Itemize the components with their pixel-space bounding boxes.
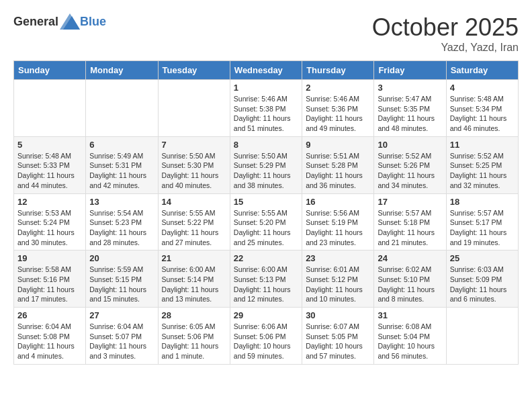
location: Yazd, Yazd, Iran (372, 42, 519, 54)
day-info: Sunrise: 5:55 AM Sunset: 5:22 PM Dayligh… (162, 208, 226, 248)
calendar-day-cell: 23Sunrise: 6:01 AM Sunset: 5:12 PM Dayli… (302, 250, 374, 308)
day-number: 17 (378, 197, 442, 207)
day-number: 6 (89, 140, 154, 150)
day-number: 23 (306, 253, 370, 263)
calendar-day-cell: 11Sunrise: 5:52 AM Sunset: 5:25 PM Dayli… (446, 136, 518, 193)
day-number: 3 (378, 83, 442, 93)
calendar-day-cell: 18Sunrise: 5:57 AM Sunset: 5:17 PM Dayli… (446, 193, 518, 250)
day-info: Sunrise: 5:50 AM Sunset: 5:30 PM Dayligh… (162, 151, 226, 191)
day-info: Sunrise: 5:55 AM Sunset: 5:20 PM Dayligh… (234, 208, 298, 248)
day-number: 27 (89, 310, 154, 320)
calendar-day-cell: 9Sunrise: 5:51 AM Sunset: 5:28 PM Daylig… (302, 136, 374, 193)
calendar-day-cell: 16Sunrise: 5:56 AM Sunset: 5:19 PM Dayli… (302, 193, 374, 250)
page-header: General Blue October 2025 Yazd, Yazd, Ir… (13, 13, 519, 54)
day-info: Sunrise: 5:57 AM Sunset: 5:17 PM Dayligh… (450, 208, 515, 248)
day-of-week-header: Sunday (14, 61, 86, 80)
day-info: Sunrise: 6:00 AM Sunset: 5:13 PM Dayligh… (234, 265, 298, 304)
logo-text-blue: Blue (80, 15, 106, 29)
day-number: 29 (234, 310, 298, 320)
day-number: 14 (162, 197, 226, 207)
calendar-day-cell: 22Sunrise: 6:00 AM Sunset: 5:13 PM Dayli… (230, 250, 302, 308)
title-section: October 2025 Yazd, Yazd, Iran (372, 13, 519, 54)
calendar-week-row: 19Sunrise: 5:58 AM Sunset: 5:16 PM Dayli… (14, 250, 519, 308)
calendar-day-cell: 8Sunrise: 5:50 AM Sunset: 5:29 PM Daylig… (230, 136, 302, 193)
day-of-week-header: Thursday (302, 61, 374, 80)
day-info: Sunrise: 6:00 AM Sunset: 5:14 PM Dayligh… (162, 265, 226, 304)
day-number: 20 (89, 253, 154, 263)
day-info: Sunrise: 6:03 AM Sunset: 5:09 PM Dayligh… (450, 265, 515, 304)
day-of-week-header: Tuesday (158, 61, 230, 80)
day-info: Sunrise: 5:46 AM Sunset: 5:36 PM Dayligh… (306, 94, 370, 134)
day-of-week-header: Wednesday (230, 61, 302, 80)
calendar-day-cell: 5Sunrise: 5:48 AM Sunset: 5:33 PM Daylig… (14, 136, 86, 193)
day-info: Sunrise: 5:48 AM Sunset: 5:34 PM Dayligh… (450, 94, 515, 134)
day-info: Sunrise: 6:02 AM Sunset: 5:10 PM Dayligh… (378, 265, 442, 304)
calendar-day-cell: 4Sunrise: 5:48 AM Sunset: 5:34 PM Daylig… (446, 80, 518, 137)
day-info: Sunrise: 5:50 AM Sunset: 5:29 PM Dayligh… (234, 151, 298, 191)
day-info: Sunrise: 5:48 AM Sunset: 5:33 PM Dayligh… (17, 151, 82, 191)
day-number: 30 (306, 310, 370, 320)
day-info: Sunrise: 5:53 AM Sunset: 5:24 PM Dayligh… (17, 208, 82, 248)
calendar-day-cell (158, 80, 230, 137)
day-number: 2 (306, 83, 370, 93)
calendar-day-cell: 28Sunrise: 6:05 AM Sunset: 5:06 PM Dayli… (158, 308, 230, 365)
day-info: Sunrise: 6:06 AM Sunset: 5:06 PM Dayligh… (234, 322, 298, 361)
day-number: 15 (234, 197, 298, 207)
calendar-day-cell: 26Sunrise: 6:04 AM Sunset: 5:08 PM Dayli… (14, 308, 86, 365)
day-number: 4 (450, 83, 515, 93)
day-info: Sunrise: 6:04 AM Sunset: 5:08 PM Dayligh… (17, 322, 82, 361)
calendar-day-cell: 10Sunrise: 5:52 AM Sunset: 5:26 PM Dayli… (374, 136, 446, 193)
calendar-day-cell: 2Sunrise: 5:46 AM Sunset: 5:36 PM Daylig… (302, 80, 374, 137)
calendar-day-cell: 31Sunrise: 6:08 AM Sunset: 5:04 PM Dayli… (374, 308, 446, 365)
day-number: 21 (162, 253, 226, 263)
day-number: 10 (378, 140, 442, 150)
day-info: Sunrise: 5:52 AM Sunset: 5:26 PM Dayligh… (378, 151, 442, 191)
calendar-day-cell: 7Sunrise: 5:50 AM Sunset: 5:30 PM Daylig… (158, 136, 230, 193)
calendar-day-cell: 12Sunrise: 5:53 AM Sunset: 5:24 PM Dayli… (14, 193, 86, 250)
calendar-day-cell: 29Sunrise: 6:06 AM Sunset: 5:06 PM Dayli… (230, 308, 302, 365)
calendar-week-row: 12Sunrise: 5:53 AM Sunset: 5:24 PM Dayli… (14, 193, 519, 250)
day-number: 31 (378, 310, 442, 320)
day-number: 13 (89, 197, 154, 207)
day-number: 26 (17, 310, 82, 320)
day-number: 22 (234, 253, 298, 263)
day-number: 18 (450, 197, 515, 207)
calendar-week-row: 26Sunrise: 6:04 AM Sunset: 5:08 PM Dayli… (14, 308, 519, 365)
calendar-day-cell: 13Sunrise: 5:54 AM Sunset: 5:23 PM Dayli… (86, 193, 158, 250)
day-info: Sunrise: 5:47 AM Sunset: 5:35 PM Dayligh… (378, 94, 442, 134)
calendar-day-cell: 19Sunrise: 5:58 AM Sunset: 5:16 PM Dayli… (14, 250, 86, 308)
calendar-table: SundayMondayTuesdayWednesdayThursdayFrid… (13, 60, 519, 365)
day-of-week-header: Saturday (446, 61, 518, 80)
day-info: Sunrise: 5:57 AM Sunset: 5:18 PM Dayligh… (378, 208, 442, 248)
calendar-day-cell (14, 80, 86, 137)
calendar-day-cell: 17Sunrise: 5:57 AM Sunset: 5:18 PM Dayli… (374, 193, 446, 250)
calendar-day-cell: 27Sunrise: 6:04 AM Sunset: 5:07 PM Dayli… (86, 308, 158, 365)
day-info: Sunrise: 5:59 AM Sunset: 5:15 PM Dayligh… (89, 265, 154, 304)
day-number: 7 (162, 140, 226, 150)
day-number: 1 (234, 83, 298, 93)
day-info: Sunrise: 5:54 AM Sunset: 5:23 PM Dayligh… (89, 208, 154, 248)
day-number: 19 (17, 253, 82, 263)
logo-text-general: General (13, 15, 58, 29)
day-number: 11 (450, 140, 515, 150)
calendar-day-cell (86, 80, 158, 137)
day-info: Sunrise: 5:52 AM Sunset: 5:25 PM Dayligh… (450, 151, 515, 191)
day-info: Sunrise: 5:56 AM Sunset: 5:19 PM Dayligh… (306, 208, 370, 248)
calendar-day-cell: 14Sunrise: 5:55 AM Sunset: 5:22 PM Dayli… (158, 193, 230, 250)
day-info: Sunrise: 6:04 AM Sunset: 5:07 PM Dayligh… (89, 322, 154, 361)
day-info: Sunrise: 6:07 AM Sunset: 5:05 PM Dayligh… (306, 322, 370, 361)
day-info: Sunrise: 5:51 AM Sunset: 5:28 PM Dayligh… (306, 151, 370, 191)
day-number: 16 (306, 197, 370, 207)
day-number: 8 (234, 140, 298, 150)
day-info: Sunrise: 5:58 AM Sunset: 5:16 PM Dayligh… (17, 265, 82, 304)
day-number: 24 (378, 253, 442, 263)
day-info: Sunrise: 5:49 AM Sunset: 5:31 PM Dayligh… (89, 151, 154, 191)
calendar-day-cell: 6Sunrise: 5:49 AM Sunset: 5:31 PM Daylig… (86, 136, 158, 193)
day-number: 9 (306, 140, 370, 150)
logo-icon (60, 13, 80, 30)
calendar-day-cell: 21Sunrise: 6:00 AM Sunset: 5:14 PM Dayli… (158, 250, 230, 308)
day-of-week-header: Monday (86, 61, 158, 80)
calendar-day-cell: 3Sunrise: 5:47 AM Sunset: 5:35 PM Daylig… (374, 80, 446, 137)
day-number: 28 (162, 310, 226, 320)
calendar-day-cell: 30Sunrise: 6:07 AM Sunset: 5:05 PM Dayli… (302, 308, 374, 365)
